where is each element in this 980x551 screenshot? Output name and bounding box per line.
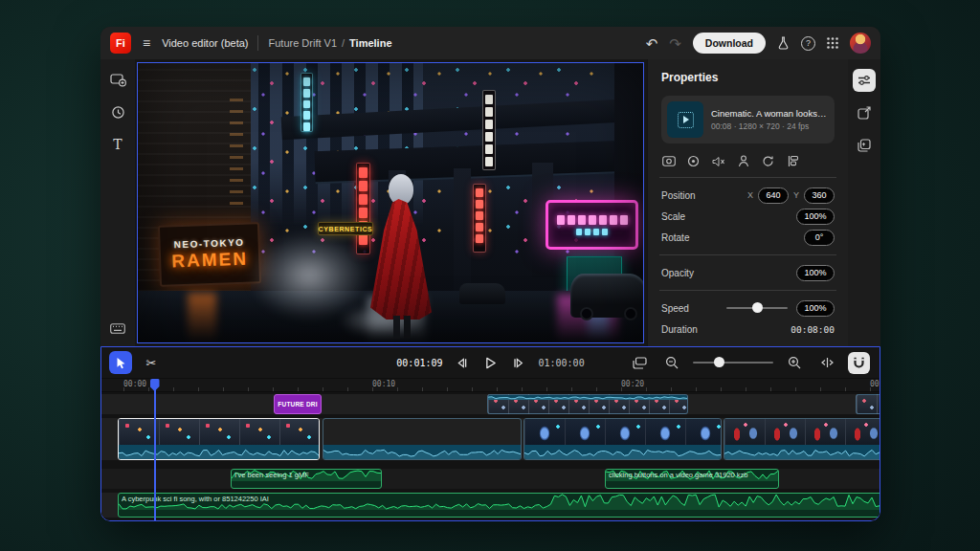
media-stack-icon[interactable]	[853, 134, 876, 157]
apps-grid-icon[interactable]	[827, 37, 838, 49]
video-clip-city[interactable]	[118, 418, 320, 460]
export-panel-icon[interactable]	[853, 101, 876, 124]
audio-clip-voice[interactable]: I've been seeing 1 gMF	[231, 469, 382, 489]
clip-meta: 00:08 · 1280 × 720 · 24 fps	[711, 121, 829, 131]
overlay-video-clip-partial[interactable]	[856, 394, 880, 414]
neon-sign-ramen: NEO-TOKYO RAMEN	[158, 222, 261, 287]
ruler-tick-label: 00:10	[372, 380, 395, 388]
overlay-video-clip[interactable]	[487, 394, 688, 414]
add-media-icon[interactable]	[109, 71, 126, 88]
breadcrumb-project[interactable]: Future Drift V1	[268, 37, 337, 49]
view-tools	[628, 351, 870, 374]
camera-icon[interactable]	[661, 154, 676, 168]
properties-title: Properties	[661, 71, 835, 84]
main-area: T	[100, 59, 880, 346]
preview-canvas[interactable]: NEO-TOKYO RAMEN CYBERNETICS	[137, 62, 644, 343]
opacity-label: Opacity	[661, 268, 791, 278]
neon-billboard-pink	[546, 200, 638, 250]
desktop-background: Fi ≡ Video editor (beta) Future Drift V1…	[0, 0, 980, 551]
speed-input[interactable]: 100%	[796, 300, 835, 317]
properties-panel-toggle[interactable]	[853, 69, 876, 92]
step-forward-button[interactable]	[511, 351, 528, 374]
history-icon[interactable]	[109, 103, 126, 121]
selected-clip-card[interactable]: Cinematic. A woman looks a... v.ffgenvid…	[661, 96, 835, 143]
split-tool-button[interactable]: ✂	[140, 351, 163, 374]
vertical-neon-sign-cyan	[301, 73, 313, 132]
playhead-line[interactable]	[154, 388, 156, 520]
divider	[659, 254, 836, 255]
parked-car	[570, 274, 644, 318]
position-row: Position X 640 Y 360	[661, 185, 835, 206]
help-icon[interactable]: ?	[801, 36, 815, 51]
video-clip-cape[interactable]	[724, 418, 880, 460]
speed-label: Speed	[661, 303, 722, 314]
ruler-tick-label: 00:00	[123, 380, 146, 388]
right-toolbar	[848, 59, 880, 346]
timeline-ruler[interactable]: 00:00 00:10 00:20 00:30	[101, 379, 880, 392]
timeline-toolbar: ✂ 00:01:09 01:00:00	[101, 347, 880, 379]
ruler-ticks	[123, 387, 880, 391]
clip-name: Cinematic. A woman looks a...	[711, 108, 829, 119]
opacity-input[interactable]: 100%	[796, 265, 835, 281]
music-track: A cyberpunk sci fi song, with or 8512422…	[101, 493, 880, 518]
speed-row: Speed 100%	[661, 298, 835, 319]
position-y-input[interactable]: 360	[804, 187, 835, 204]
storyboard-icon[interactable]	[786, 154, 800, 168]
beaker-icon[interactable]	[777, 36, 790, 50]
text-clip-future-drift[interactable]: FUTURE DRI	[274, 394, 322, 414]
audio-track-1: I've been seeing 1 gMF clicking buttons …	[101, 469, 880, 489]
total-duration: 01:00:00	[539, 358, 585, 368]
play-button[interactable]	[481, 351, 501, 374]
current-time: 00:01:09	[396, 358, 442, 368]
undo-icon[interactable]: ↶	[646, 36, 658, 51]
overlay-track: FUTURE DRI	[101, 394, 880, 414]
video-clip-robot[interactable]	[523, 418, 722, 460]
properties-panel: Properties Cinematic. A woman looks a...…	[647, 59, 848, 346]
track-height-icon[interactable]	[628, 351, 651, 374]
opacity-row: Opacity 100%	[661, 262, 835, 283]
position-x-input[interactable]: 640	[758, 187, 789, 204]
clip-thumbnail	[667, 101, 703, 138]
step-back-button[interactable]	[454, 351, 471, 374]
zoom-out-button[interactable]	[660, 351, 683, 374]
keyboard-shortcuts-icon[interactable]	[109, 320, 126, 337]
user-avatar[interactable]	[850, 33, 871, 54]
ruler-tick-label: 00:20	[621, 380, 644, 388]
rotate-input[interactable]: 0°	[804, 230, 835, 246]
video-clip-woman[interactable]	[323, 418, 522, 460]
zoom-slider[interactable]	[693, 362, 773, 364]
app-window: Fi ≡ Video editor (beta) Future Drift V1…	[100, 27, 880, 521]
menu-icon[interactable]: ≡	[141, 35, 152, 51]
caped-woman	[370, 174, 432, 339]
duration-label: Duration	[661, 324, 786, 335]
firefly-logo[interactable]: Fi	[110, 33, 131, 54]
scale-input[interactable]: 100%	[796, 209, 835, 225]
timeline-panel: ✂ 00:01:09 01:00:00	[100, 346, 880, 521]
speed-slider[interactable]	[726, 307, 788, 309]
character-icon[interactable]	[736, 154, 750, 168]
audio-clip-music[interactable]: A cyberpunk sci fi song, with or 8512422…	[118, 493, 880, 518]
building-windows	[230, 90, 243, 205]
rotate-row: Rotate 0°	[661, 227, 835, 248]
fit-timeline-icon[interactable]	[815, 351, 838, 374]
zoom-in-button[interactable]	[783, 351, 806, 374]
audio-clip-sfx[interactable]: clicking buttons on a video game 31920 k…	[605, 469, 779, 489]
breadcrumb: Future Drift V1 / Timeline	[268, 37, 391, 49]
ruler-tick-label: 00:30	[870, 380, 880, 388]
main-video-track	[101, 418, 880, 460]
loop-icon[interactable]	[686, 154, 701, 168]
y-axis-label: Y	[793, 190, 799, 200]
clip-info: Cinematic. A woman looks a... v.ffgenvid…	[711, 108, 829, 131]
audio-muted-icon[interactable]	[711, 154, 725, 168]
duration-row: Duration 00:08:00	[661, 319, 835, 340]
select-tool-button[interactable]	[109, 351, 132, 374]
text-tool-icon[interactable]: T	[109, 136, 126, 153]
regenerate-icon[interactable]	[761, 154, 775, 168]
breadcrumb-page: Timeline	[349, 37, 391, 49]
snap-toggle[interactable]	[848, 352, 870, 374]
redo-icon[interactable]: ↷	[669, 36, 681, 51]
download-button[interactable]: Download	[693, 33, 766, 54]
zoom-slider-knob[interactable]	[714, 357, 724, 367]
transport-controls: 00:01:09 01:00:00	[396, 351, 584, 374]
vertical-neon-sign-red-small	[473, 184, 486, 253]
